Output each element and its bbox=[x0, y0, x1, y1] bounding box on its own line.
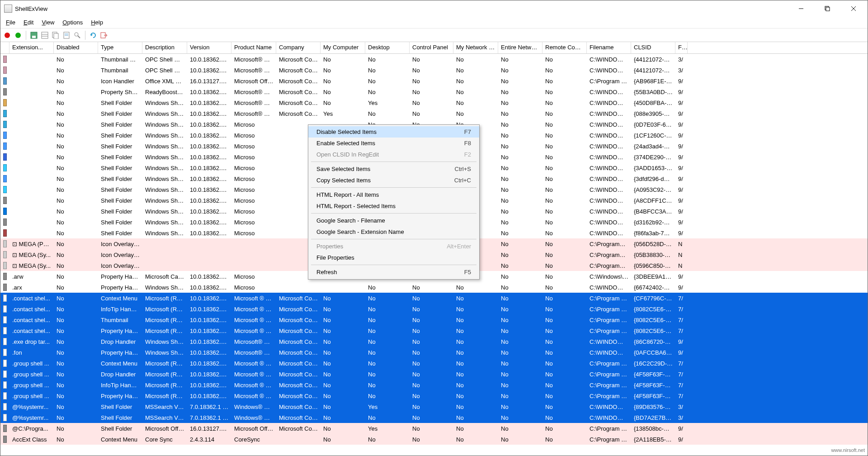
find-icon[interactable] bbox=[73, 31, 81, 39]
cell: Shell Folder bbox=[98, 185, 142, 194]
context-item[interactable]: File Properties bbox=[308, 252, 479, 263]
table-row[interactable]: AccExt ClassNoContext MenuCore Sync2.4.3… bbox=[0, 434, 868, 445]
cell: 10.0.18362.107... bbox=[187, 120, 231, 129]
context-item[interactable]: HTML Report - All Items bbox=[308, 189, 479, 200]
table-row[interactable]: .group shell ...NoProperty Hand...Micros… bbox=[0, 390, 868, 401]
cell: 10.0.18362.959 ... bbox=[187, 294, 231, 303]
menu-options[interactable]: Options bbox=[59, 18, 86, 27]
table-row[interactable]: .arxNoProperty Hand...Windows Shell...10… bbox=[0, 282, 868, 293]
table-row[interactable]: @%systemr...NoShell FolderMSSearch Vist.… bbox=[0, 401, 868, 412]
cell: Windows Shell... bbox=[142, 131, 187, 140]
footer: www.nirsoft.net bbox=[0, 447, 868, 456]
table-row[interactable]: NoShell FolderWindows Shell...10.0.18362… bbox=[0, 97, 868, 108]
menu-file[interactable]: File bbox=[2, 18, 19, 27]
table-row[interactable]: .contact shel...NoInfoTip HandlerMicroso… bbox=[0, 304, 868, 314]
cell: No bbox=[542, 370, 587, 379]
menu-help[interactable]: Help bbox=[87, 18, 107, 27]
column-header[interactable]: My Computer bbox=[321, 42, 365, 53]
column-header[interactable]: Description bbox=[142, 42, 187, 53]
column-header[interactable]: Product Name bbox=[231, 42, 276, 53]
cell: No bbox=[498, 99, 542, 107]
column-header[interactable]: Desktop bbox=[365, 42, 410, 53]
copy-icon[interactable] bbox=[52, 31, 60, 39]
column-header[interactable]: Company bbox=[276, 42, 321, 53]
disable-icon[interactable] bbox=[3, 31, 11, 39]
app-window: ShellExView FileEditViewOptionsHelp Exte… bbox=[0, 0, 868, 456]
cell: {8082C5E6-4C2... bbox=[631, 305, 675, 314]
cell: No bbox=[54, 305, 98, 314]
table-row[interactable]: .group shell ...NoDrop HandlerMicrosoft … bbox=[0, 369, 868, 380]
cell: No bbox=[498, 413, 542, 422]
data-grid[interactable]: Extension...DisabledTypeDescriptionVersi… bbox=[0, 42, 868, 447]
table-row[interactable]: NoShell FolderWindows Shell...10.0.18362… bbox=[0, 108, 868, 119]
menu-view[interactable]: View bbox=[38, 18, 58, 27]
table-row[interactable]: NoProperty SheetReadyBoost UI10.0.18362.… bbox=[0, 86, 868, 97]
cell: Microsoft® Wi... bbox=[231, 109, 276, 118]
column-header[interactable]: Disabled bbox=[54, 42, 98, 53]
cell: {8082C5E6-4C2... bbox=[631, 316, 675, 324]
context-item[interactable]: RefreshF5 bbox=[308, 266, 479, 278]
table-row[interactable]: .fonNoProperty Hand...Windows Shell...10… bbox=[0, 347, 868, 358]
context-item[interactable]: HTML Report - Selected Items bbox=[308, 200, 479, 212]
properties-icon[interactable] bbox=[62, 31, 71, 39]
row-icon bbox=[0, 76, 9, 86]
context-item[interactable]: Enable Selected ItemsF8 bbox=[308, 138, 479, 149]
context-item[interactable]: Disable Selected ItemsF7 bbox=[308, 126, 479, 138]
menu-edit[interactable]: Edit bbox=[20, 18, 37, 27]
column-header[interactable] bbox=[0, 42, 9, 53]
cell: C:\Program Fil... bbox=[587, 392, 631, 400]
column-header[interactable]: Type bbox=[98, 42, 142, 53]
table-row[interactable]: @C:\Progra...NoShell FolderMicrosoft Off… bbox=[0, 423, 868, 434]
cell: No bbox=[498, 348, 542, 357]
row-icon bbox=[0, 218, 9, 227]
context-item[interactable]: Google Search - Extension Name bbox=[308, 226, 479, 238]
toolbar bbox=[0, 28, 868, 42]
save-icon[interactable] bbox=[30, 31, 38, 39]
exit-icon[interactable] bbox=[100, 31, 108, 39]
context-item[interactable]: Save Selected ItemsCtrl+S bbox=[308, 163, 479, 175]
table-row[interactable]: .exe drop tar...NoDrop HandlerWindows Sh… bbox=[0, 336, 868, 347]
column-header[interactable]: Control Panel bbox=[410, 42, 453, 53]
minimize-button[interactable] bbox=[788, 1, 814, 16]
svg-line-16 bbox=[78, 36, 80, 38]
column-header[interactable]: Entire Network bbox=[498, 42, 542, 53]
table-row[interactable]: NoThumbnailOPC Shell Met...10.0.18362.1 … bbox=[0, 65, 868, 76]
context-item[interactable]: Google Search - Filename bbox=[308, 215, 479, 226]
context-shortcut: Alt+Enter bbox=[447, 243, 471, 250]
cell: Windows Shell... bbox=[142, 120, 187, 129]
cell: No bbox=[321, 77, 365, 86]
cell: No bbox=[321, 305, 365, 314]
table-row[interactable]: .contact shel...NoThumbnailMicrosoft (R)… bbox=[0, 314, 868, 325]
cell: 10.0.18362.959 ... bbox=[187, 305, 231, 314]
table-row[interactable]: .contact shel...NoProperty Hand...Micros… bbox=[0, 325, 868, 336]
column-header[interactable]: Remote Comp... bbox=[542, 42, 587, 53]
column-header[interactable]: Fil... bbox=[675, 42, 688, 53]
context-label: Disable Selected Items bbox=[316, 128, 377, 135]
column-header[interactable]: Version bbox=[187, 42, 231, 53]
cell: OPC Shell Met... bbox=[142, 55, 187, 64]
cell: {A8CDFF1C-48... bbox=[631, 196, 675, 205]
context-item[interactable]: Copy Selected ItemsCtrl+C bbox=[308, 175, 479, 186]
cell: 9/ bbox=[675, 175, 688, 183]
column-header[interactable]: Filename bbox=[587, 42, 631, 53]
cell: 9/ bbox=[675, 196, 688, 205]
column-header[interactable]: My Network Pl... bbox=[453, 42, 498, 53]
table-row[interactable]: .contact shel...NoContext MenuMicrosoft … bbox=[0, 293, 868, 304]
row-icon bbox=[0, 380, 9, 390]
grid-icon[interactable] bbox=[41, 31, 49, 39]
maximize-button[interactable] bbox=[814, 1, 840, 16]
refresh-icon[interactable] bbox=[89, 31, 97, 39]
enable-icon[interactable] bbox=[14, 31, 22, 39]
cell: Windows Shell... bbox=[142, 196, 187, 205]
column-header[interactable]: CLSID bbox=[631, 42, 675, 53]
table-row[interactable]: .group shell ...NoInfoTip HandlerMicroso… bbox=[0, 380, 868, 390]
row-icon bbox=[0, 370, 9, 379]
cell: No bbox=[410, 337, 453, 346]
table-row[interactable]: NoThumbnail Ha...OPC Shell Met...10.0.18… bbox=[0, 54, 868, 65]
table-row[interactable]: NoIcon HandlerOffice XML Ha...16.0.13127… bbox=[0, 76, 868, 86]
table-row[interactable]: @%systemr...NoShell FolderMSSearch Vist.… bbox=[0, 412, 868, 423]
column-header[interactable]: Extension... bbox=[9, 42, 54, 53]
close-button[interactable] bbox=[840, 1, 867, 16]
table-row[interactable]: .group shell ...NoContext MenuMicrosoft … bbox=[0, 358, 868, 369]
cell: No bbox=[542, 261, 587, 270]
